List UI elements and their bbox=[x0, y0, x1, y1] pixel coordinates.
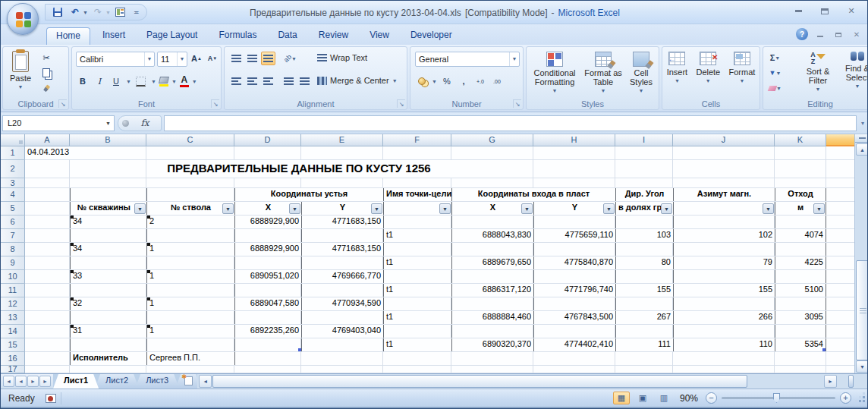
undo-button[interactable]: ↶ bbox=[68, 5, 83, 19]
prev-sheet-button[interactable]: ◄ bbox=[15, 376, 27, 387]
cell-G7[interactable]: 6888043,830 bbox=[451, 229, 533, 242]
filter-dropdown-I5[interactable]: ▼ bbox=[661, 203, 672, 214]
cell-J13[interactable]: 266 bbox=[673, 311, 775, 324]
row-header-9[interactable]: 9 bbox=[1, 256, 25, 270]
cell-E14[interactable]: 4769403,040 bbox=[301, 325, 383, 338]
cell-K9[interactable]: 4225 bbox=[775, 256, 826, 269]
cell-D8[interactable]: 6888929,900 bbox=[234, 243, 301, 256]
horizontal-scroll-thumb[interactable] bbox=[212, 375, 747, 388]
row-header-12[interactable]: 12 bbox=[1, 297, 25, 311]
cell-C6[interactable]: 2 bbox=[146, 216, 234, 228]
cell-E13[interactable] bbox=[301, 311, 383, 324]
cell-E10[interactable]: 4769666,770 bbox=[301, 270, 383, 283]
cell-K5[interactable]: м▼ bbox=[775, 202, 826, 215]
cell-I8[interactable] bbox=[615, 243, 673, 256]
row-header-14[interactable]: 14 bbox=[1, 325, 25, 338]
tab-view[interactable]: View bbox=[360, 27, 398, 45]
cell-H12[interactable] bbox=[533, 297, 615, 310]
name-box[interactable]: L20 ▼ bbox=[2, 115, 115, 131]
row-header-8[interactable]: 8 bbox=[1, 243, 25, 256]
conditional-formatting-button[interactable]: Conditional Formatting ▼ bbox=[527, 52, 582, 96]
filter-dropdown-D5[interactable]: ▼ bbox=[289, 203, 300, 214]
column-header-J[interactable]: J bbox=[673, 134, 775, 146]
cell-G10[interactable] bbox=[451, 270, 533, 283]
cell-H7[interactable]: 4775659,110 bbox=[533, 229, 615, 242]
cell-H9[interactable]: 4775840,870 bbox=[533, 256, 615, 269]
redo-dropdown[interactable]: ▼ bbox=[105, 10, 111, 15]
normal-view-button[interactable]: ▦ bbox=[613, 392, 630, 404]
save-button[interactable] bbox=[50, 5, 65, 19]
cell-J10[interactable] bbox=[673, 270, 775, 283]
cell-J7[interactable]: 102 bbox=[673, 229, 775, 242]
column-header-E[interactable]: E bbox=[301, 134, 383, 146]
orientation-button[interactable]: ab▼ bbox=[282, 52, 298, 65]
scroll-up-button[interactable]: ▲ bbox=[856, 143, 868, 156]
cell-F11[interactable]: t1 bbox=[383, 284, 451, 297]
accounting-format-button[interactable] bbox=[415, 74, 429, 88]
zoom-slider-handle[interactable] bbox=[773, 393, 780, 403]
first-sheet-button[interactable]: ◄ bbox=[3, 376, 14, 387]
vertical-scrollbar[interactable]: ▲ ▼ bbox=[854, 134, 868, 373]
cell-C14[interactable]: 1 bbox=[146, 325, 234, 338]
cell-D15[interactable] bbox=[234, 338, 301, 351]
column-header-K[interactable]: K bbox=[775, 134, 826, 146]
cell-I14[interactable] bbox=[615, 325, 673, 338]
cell-J9[interactable]: 79 bbox=[673, 256, 775, 269]
fill-color-button[interactable] bbox=[159, 77, 168, 87]
font-color-button[interactable]: A bbox=[180, 76, 189, 87]
merge-center-button[interactable]: Merge & Center ▼ bbox=[317, 76, 398, 85]
cell-K10[interactable] bbox=[775, 270, 826, 283]
bold-button[interactable]: B bbox=[76, 74, 90, 88]
last-sheet-button[interactable]: ► bbox=[39, 376, 51, 387]
cell-D5[interactable]: X▼ bbox=[234, 202, 301, 215]
close-button[interactable]: ✕ bbox=[841, 5, 861, 17]
column-header-C[interactable]: C bbox=[146, 134, 234, 146]
cell-F13[interactable]: t1 bbox=[383, 311, 451, 324]
cell-G8[interactable] bbox=[451, 243, 533, 256]
redo-button[interactable]: ↷ bbox=[90, 5, 105, 19]
column-header-H[interactable]: H bbox=[533, 134, 615, 146]
cell-D6[interactable]: 6888929,900 bbox=[234, 216, 301, 228]
cell-I7[interactable]: 103 bbox=[615, 229, 673, 242]
sheet-tab-лист2[interactable]: Лист2 bbox=[95, 374, 139, 389]
decrease-decimal-button[interactable]: .00 bbox=[490, 74, 504, 88]
cell-D9[interactable] bbox=[234, 256, 301, 269]
italic-button[interactable]: I bbox=[93, 74, 106, 88]
align-bottom-button[interactable] bbox=[261, 52, 275, 65]
format-painter-button[interactable] bbox=[39, 81, 53, 95]
cell-D13[interactable] bbox=[234, 311, 301, 324]
cell-D7[interactable] bbox=[234, 229, 301, 242]
font-name-combo[interactable]: Calibri ▼ bbox=[76, 52, 155, 67]
tab-split-handle[interactable] bbox=[848, 375, 854, 388]
cell-F6[interactable] bbox=[383, 216, 451, 228]
row-header-17[interactable]: 17 bbox=[1, 366, 25, 373]
cell-H8[interactable] bbox=[533, 243, 615, 256]
cell-I5[interactable]: в долях гр▼ bbox=[615, 202, 673, 215]
workbook-close-button[interactable]: ✕ bbox=[851, 30, 863, 39]
cell-B6[interactable]: 34 bbox=[70, 216, 146, 228]
font-size-combo[interactable]: 11 ▼ bbox=[157, 52, 187, 67]
increase-indent-button[interactable] bbox=[297, 74, 311, 88]
maximize-button[interactable] bbox=[815, 5, 835, 17]
cell-K4[interactable]: Отход bbox=[775, 188, 826, 201]
row-header-13[interactable]: 13 bbox=[1, 311, 25, 325]
cell-D16[interactable] bbox=[234, 352, 301, 365]
filter-dropdown-F5[interactable]: ▼ bbox=[439, 203, 451, 214]
cell-H10[interactable] bbox=[533, 270, 615, 283]
number-format-combo[interactable]: General ▼ bbox=[415, 52, 520, 67]
cell-C4[interactable] bbox=[146, 188, 234, 201]
grid-body[interactable]: 104.04.20132ПРЕДВАРИТЕЛЬНЫЕ ДАННЫЕ ПО КУ… bbox=[1, 146, 854, 373]
cell-K8[interactable] bbox=[775, 243, 826, 256]
cell-I11[interactable]: 155 bbox=[615, 284, 673, 297]
cell-C7[interactable] bbox=[146, 229, 234, 242]
cell-I10[interactable] bbox=[615, 270, 673, 283]
cell-G11[interactable]: 6886317,120 bbox=[451, 284, 533, 297]
scroll-down-button[interactable]: ▼ bbox=[856, 360, 868, 373]
row-header-15[interactable]: 15 bbox=[1, 338, 25, 352]
cell-C12[interactable]: 1 bbox=[146, 297, 234, 310]
row-header-6[interactable]: 6 bbox=[1, 216, 25, 229]
zoom-slider[interactable] bbox=[722, 397, 835, 399]
cell-C16[interactable]: Сергеев П.П. bbox=[146, 352, 234, 365]
increase-decimal-button[interactable]: +.0 bbox=[473, 74, 487, 88]
select-all-button[interactable] bbox=[1, 134, 25, 146]
